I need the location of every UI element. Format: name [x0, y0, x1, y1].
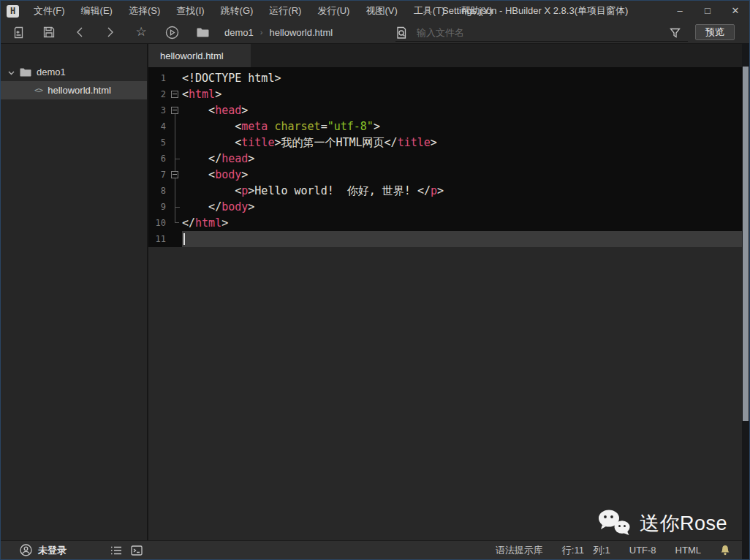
- code-line-content: <meta charset="utf-8">: [182, 118, 749, 135]
- menu-item-3[interactable]: 查找(I): [168, 1, 212, 21]
- fold-gutter: [169, 151, 182, 167]
- breadcrumb-item-0[interactable]: demo1: [224, 27, 254, 38]
- filetype-status[interactable]: HTML: [675, 545, 701, 556]
- code-line-1[interactable]: 1<!DOCTYPE html>: [148, 70, 749, 86]
- menu-item-6[interactable]: 发行(U): [309, 1, 357, 21]
- code-line-8[interactable]: 8 <p>Hello world! 你好, 世界! </p>: [148, 183, 749, 199]
- fold-gutter: [169, 199, 182, 215]
- line-number: 8: [148, 183, 169, 199]
- wechat-icon: [596, 508, 632, 539]
- code-line-9[interactable]: 9 </body>: [148, 199, 749, 215]
- breadcrumb-folder-icon: [195, 25, 210, 39]
- code-line-content: <title>我的第一个HTML网页</title>: [182, 135, 749, 151]
- new-file-icon[interactable]: [11, 25, 26, 39]
- menu-items: 文件(F)编辑(E)选择(S)查找(I)跳转(G)运行(R)发行(U)视图(V)…: [26, 1, 501, 21]
- code-line-2[interactable]: 2<html>: [148, 86, 749, 102]
- main-area: demo1 <> helloworld.html helloworld.html…: [1, 44, 749, 540]
- user-account-icon[interactable]: [20, 544, 32, 556]
- line-number: 9: [148, 199, 169, 215]
- project-name: demo1: [37, 67, 66, 77]
- editor-pane: helloworld.html 1<!DOCTYPE html>2<html>3…: [148, 44, 749, 540]
- line-number: 2: [148, 86, 169, 102]
- search-input[interactable]: [415, 26, 670, 39]
- line-number: 4: [148, 118, 169, 135]
- breadcrumb: demo1›helloworld.html: [221, 27, 336, 38]
- tree-item-demo1[interactable]: demo1: [1, 63, 147, 81]
- fold-gutter: [169, 183, 182, 199]
- window-title: Settings.json - HBuilder X 2.8.3(单项目窗体): [442, 1, 628, 21]
- status-left: 未登录: [20, 544, 143, 557]
- close-button[interactable]: ✕: [721, 1, 749, 21]
- code-line-content: </body>: [182, 199, 749, 215]
- menu-item-5[interactable]: 运行(R): [261, 1, 309, 21]
- title-bar: H 文件(F)编辑(E)选择(S)查找(I)跳转(G)运行(R)发行(U)视图(…: [1, 1, 749, 21]
- fold-gutter: [169, 70, 182, 86]
- code-line-3[interactable]: 3 <head>: [148, 102, 749, 118]
- line-number: 6: [148, 151, 169, 167]
- encoding-status[interactable]: UTF-8: [629, 545, 656, 556]
- tree-item-helloworld[interactable]: <> helloworld.html: [1, 81, 147, 99]
- line-indicator: 行:11: [562, 544, 584, 557]
- code-line-4[interactable]: 4 <meta charset="utf-8">: [148, 118, 749, 135]
- code-line-10[interactable]: 10</html>: [148, 215, 749, 231]
- save-icon[interactable]: [42, 25, 56, 39]
- favorites-star-icon[interactable]: ☆: [134, 25, 148, 39]
- code-line-content: [182, 231, 749, 247]
- fold-toggle-icon[interactable]: [169, 102, 182, 118]
- maximize-button[interactable]: □: [694, 1, 721, 21]
- terminal-icon[interactable]: [131, 545, 143, 556]
- hbuilderx-window: H 文件(F)编辑(E)选择(S)查找(I)跳转(G)运行(R)发行(U)视图(…: [0, 0, 750, 560]
- code-line-content: </head>: [182, 151, 749, 167]
- forward-icon[interactable]: [103, 25, 118, 39]
- code-line-content: <!DOCTYPE html>: [182, 70, 749, 86]
- status-right: 语法提示库 行:11 列:1 UTF-8 HTML: [496, 544, 730, 557]
- task-list-icon[interactable]: [110, 545, 122, 556]
- project-explorer: demo1 <> helloworld.html: [1, 44, 148, 540]
- menu-item-4[interactable]: 跳转(G): [213, 1, 262, 21]
- code-line-5[interactable]: 5 <title>我的第一个HTML网页</title>: [148, 135, 749, 151]
- file-search-icon[interactable]: [395, 26, 408, 39]
- page-scrollbar-thumb[interactable]: [743, 67, 749, 421]
- preview-button[interactable]: 预览: [695, 24, 735, 40]
- code-line-7[interactable]: 7 <body>: [148, 167, 749, 183]
- breadcrumb-separator-icon: ›: [260, 28, 263, 37]
- file-name: helloworld.html: [48, 85, 111, 96]
- chevron-down-icon[interactable]: [8, 67, 15, 77]
- breadcrumb-item-1[interactable]: helloworld.html: [269, 27, 333, 38]
- code-editor[interactable]: 1<!DOCTYPE html>2<html>3 <head>4 <meta c…: [148, 68, 749, 247]
- page-scrollbar-track: [742, 43, 749, 559]
- cursor-position[interactable]: 行:11 列:1: [562, 544, 610, 557]
- line-number: 11: [148, 231, 169, 247]
- menu-item-0[interactable]: 文件(F): [26, 1, 73, 21]
- syntax-library-status[interactable]: 语法提示库: [496, 544, 543, 557]
- tab-bar: helloworld.html: [148, 44, 749, 68]
- folder-icon: [20, 67, 31, 77]
- fold-gutter: [169, 118, 182, 135]
- line-number: 1: [148, 70, 169, 86]
- code-line-6[interactable]: 6 </head>: [148, 151, 749, 167]
- code-line-content: <body>: [182, 167, 749, 183]
- filter-funnel-icon[interactable]: [670, 28, 681, 38]
- line-number: 3: [148, 102, 169, 118]
- menu-item-1[interactable]: 编辑(E): [73, 1, 121, 21]
- line-number: 7: [148, 167, 169, 183]
- run-icon[interactable]: [164, 25, 179, 39]
- minimize-button[interactable]: –: [666, 1, 694, 21]
- login-status[interactable]: 未登录: [38, 544, 67, 557]
- fold-gutter: [169, 215, 182, 231]
- fold-toggle-icon[interactable]: [169, 167, 182, 183]
- line-number: 5: [148, 135, 169, 151]
- tab-helloworld[interactable]: helloworld.html: [148, 44, 251, 67]
- fold-toggle-icon[interactable]: [169, 86, 182, 102]
- text-cursor: [183, 233, 185, 245]
- fold-gutter: [169, 231, 182, 247]
- back-icon[interactable]: [72, 25, 87, 39]
- notification-bell-icon[interactable]: [720, 545, 730, 556]
- code-line-11[interactable]: 11: [148, 231, 749, 247]
- html-file-icon: <>: [34, 86, 42, 95]
- menu-item-7[interactable]: 视图(V): [357, 1, 405, 21]
- toolbar: ☆ demo1›helloworld.html 预览: [1, 21, 749, 44]
- watermark-text: 送你Rose: [640, 510, 727, 537]
- watermark: 送你Rose: [596, 508, 727, 539]
- menu-item-2[interactable]: 选择(S): [121, 1, 168, 21]
